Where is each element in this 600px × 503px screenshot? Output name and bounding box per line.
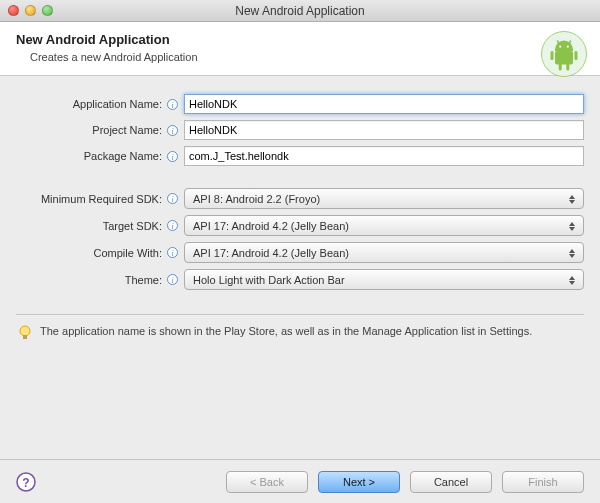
titlebar: New Android Application xyxy=(0,0,600,22)
info-icon[interactable]: i xyxy=(166,193,178,205)
zoom-icon[interactable] xyxy=(42,5,53,16)
cancel-button[interactable]: Cancel xyxy=(410,471,492,493)
row-min-sdk: Minimum Required SDK: i API 8: Android 2… xyxy=(16,188,584,209)
svg-rect-3 xyxy=(575,51,578,60)
label-project-name: Project Name: xyxy=(16,124,166,136)
row-compile-with: Compile With: i API 17: Android 4.2 (Jel… xyxy=(16,242,584,263)
svg-text:i: i xyxy=(171,276,173,285)
hint-row: The application name is shown in the Pla… xyxy=(0,315,600,341)
form-area: Application Name: i Project Name: i Pack… xyxy=(0,76,600,304)
close-icon[interactable] xyxy=(8,5,19,16)
footer: ? < Back Next > Cancel Finish xyxy=(0,459,600,503)
svg-rect-2 xyxy=(551,51,554,60)
target-sdk-value: API 17: Android 4.2 (Jelly Bean) xyxy=(193,220,349,232)
row-application-name: Application Name: i xyxy=(16,94,584,114)
compile-with-value: API 17: Android 4.2 (Jelly Bean) xyxy=(193,247,349,259)
window-title: New Android Application xyxy=(235,4,364,18)
svg-text:i: i xyxy=(171,126,173,135)
svg-text:i: i xyxy=(171,100,173,109)
svg-rect-1 xyxy=(555,51,573,65)
label-target-sdk: Target SDK: xyxy=(16,220,166,232)
svg-rect-5 xyxy=(566,63,569,71)
svg-text:i: i xyxy=(171,222,173,231)
svg-text:i: i xyxy=(171,249,173,258)
min-sdk-select[interactable]: API 8: Android 2.2 (Froyo) xyxy=(184,188,584,209)
android-icon xyxy=(540,30,588,78)
target-sdk-select[interactable]: API 17: Android 4.2 (Jelly Bean) xyxy=(184,215,584,236)
info-icon[interactable]: i xyxy=(166,274,178,286)
info-icon[interactable]: i xyxy=(166,150,178,162)
row-project-name: Project Name: i xyxy=(16,120,584,140)
label-min-sdk: Minimum Required SDK: xyxy=(16,193,166,205)
page-subtitle: Creates a new Android Application xyxy=(30,51,584,63)
row-target-sdk: Target SDK: i API 17: Android 4.2 (Jelly… xyxy=(16,215,584,236)
chevron-updown-icon xyxy=(566,191,578,207)
info-icon[interactable]: i xyxy=(166,98,178,110)
chevron-updown-icon xyxy=(566,245,578,261)
window-controls xyxy=(8,5,53,16)
label-compile-with: Compile With: xyxy=(16,247,166,259)
next-button[interactable]: Next > xyxy=(318,471,400,493)
back-button[interactable]: < Back xyxy=(226,471,308,493)
svg-point-9 xyxy=(567,45,569,47)
svg-rect-25 xyxy=(23,335,27,339)
help-icon[interactable]: ? xyxy=(16,472,36,492)
application-name-input[interactable] xyxy=(184,94,584,114)
compile-with-select[interactable]: API 17: Android 4.2 (Jelly Bean) xyxy=(184,242,584,263)
info-icon[interactable]: i xyxy=(166,220,178,232)
finish-button[interactable]: Finish xyxy=(502,471,584,493)
svg-point-24 xyxy=(20,326,30,336)
label-application-name: Application Name: xyxy=(16,98,166,110)
svg-text:?: ? xyxy=(22,475,29,489)
svg-rect-4 xyxy=(559,63,562,71)
page-title: New Android Application xyxy=(16,32,584,47)
lightbulb-icon xyxy=(18,325,32,341)
svg-text:i: i xyxy=(171,152,173,161)
min-sdk-value: API 8: Android 2.2 (Froyo) xyxy=(193,193,320,205)
wizard-header: New Android Application Creates a new An… xyxy=(0,22,600,76)
minimize-icon[interactable] xyxy=(25,5,36,16)
svg-point-8 xyxy=(559,45,561,47)
project-name-input[interactable] xyxy=(184,120,584,140)
label-theme: Theme: xyxy=(16,274,166,286)
row-theme: Theme: i Holo Light with Dark Action Bar xyxy=(16,269,584,290)
theme-value: Holo Light with Dark Action Bar xyxy=(193,274,345,286)
hint-text: The application name is shown in the Pla… xyxy=(40,325,532,337)
package-name-input[interactable] xyxy=(184,146,584,166)
theme-select[interactable]: Holo Light with Dark Action Bar xyxy=(184,269,584,290)
info-icon[interactable]: i xyxy=(166,247,178,259)
svg-text:i: i xyxy=(171,195,173,204)
row-package-name: Package Name: i xyxy=(16,146,584,166)
info-icon[interactable]: i xyxy=(166,124,178,136)
label-package-name: Package Name: xyxy=(16,150,166,162)
chevron-updown-icon xyxy=(566,272,578,288)
chevron-updown-icon xyxy=(566,218,578,234)
